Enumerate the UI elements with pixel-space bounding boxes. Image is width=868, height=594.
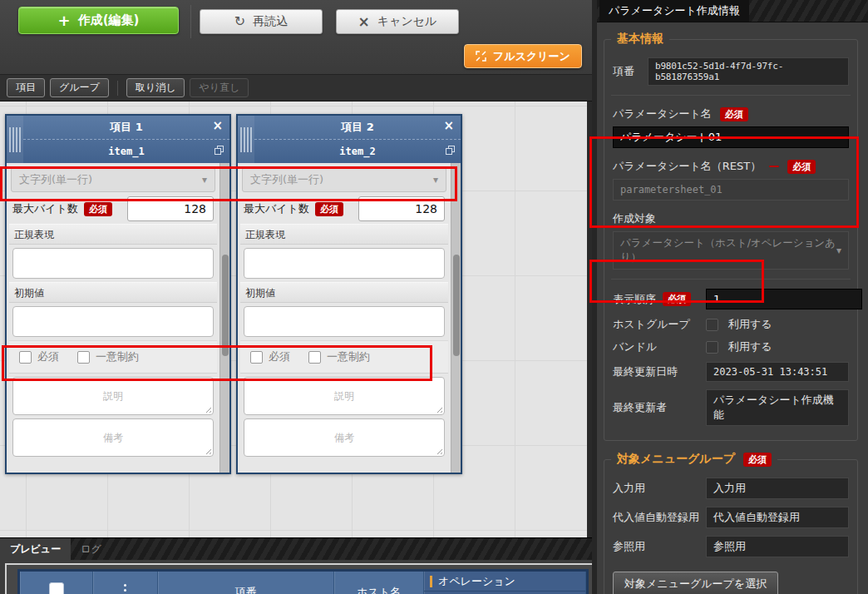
chevron-down-icon: ▾	[202, 174, 207, 186]
copy-icon[interactable]	[215, 146, 224, 155]
last-updated-row: 最終更新日時 2023-05-31 13:43:51	[613, 362, 849, 382]
required-badge: 必須	[720, 107, 748, 121]
reference-menu-value: 参照用	[706, 536, 849, 557]
scrollbar-thumb[interactable]	[453, 255, 460, 356]
tab-preview[interactable]: プレビュー	[0, 538, 71, 560]
rest-name-label-row: パラメータシート名（REST） 必須	[613, 159, 849, 174]
copy-icon[interactable]	[446, 146, 455, 155]
undo-button[interactable]: 取り消し	[126, 78, 185, 97]
substitution-menu-row: 代入値自動登録用 代入値自動登録用	[613, 507, 849, 528]
tab-sheet-info[interactable]: パラメータシート作成情報	[599, 0, 749, 22]
column-header-id[interactable]: 項番	[158, 572, 334, 594]
design-canvas[interactable]: 項目 1 × item_1 文字列(単一行) ▾	[0, 101, 587, 537]
kebab-menu-icon[interactable]	[124, 584, 126, 594]
target-select[interactable]: パラメータシート（ホスト/オペレーションあり） ▾	[613, 231, 849, 270]
create-edit-button[interactable]: + 作成(編集)	[18, 7, 179, 34]
description-textarea[interactable]	[12, 377, 214, 415]
bundle-checkbox[interactable]	[706, 341, 718, 354]
description-textarea[interactable]	[244, 377, 445, 415]
unique-checkbox[interactable]	[308, 351, 321, 364]
select-all-checkbox[interactable]	[49, 582, 64, 594]
default-value-input[interactable]	[12, 306, 214, 337]
description-wrap	[12, 377, 214, 415]
select-menu-group-button[interactable]: 対象メニューグループを選択	[613, 572, 778, 594]
card-scrollbar[interactable]	[451, 163, 461, 473]
required-checkbox[interactable]	[19, 351, 32, 364]
last-updater-row: 最終更新者 パラメータシート作成機能	[613, 389, 849, 426]
bottom-tab-bar: プレビュー ログ	[0, 537, 592, 560]
rest-name-input[interactable]	[613, 179, 849, 200]
sheet-name-label-row: パラメータシート名 必須	[613, 106, 849, 121]
default-value-input[interactable]	[244, 306, 445, 337]
cancel-button[interactable]: × キャンセル	[336, 9, 459, 34]
fullscreen-button[interactable]: フルスクリーン	[464, 44, 582, 68]
item-card-2[interactable]: 項目 2 × item_2 文字列(単一行) ▾	[236, 114, 462, 474]
reference-menu-row: 参照用 参照用	[613, 536, 849, 557]
basic-info-section: 基本情報 項番 b9801c52-5d1d-4f7d-97fc-b5818763…	[604, 39, 858, 441]
display-order-input[interactable]	[706, 289, 862, 309]
create-edit-label: 作成(編集)	[78, 12, 140, 28]
hostgroup-checkbox[interactable]	[706, 319, 718, 331]
item-card-header[interactable]: 項目 2 × item_2	[238, 116, 461, 163]
close-icon[interactable]: ×	[212, 120, 223, 132]
target-label-row: 作成対象	[613, 211, 849, 226]
max-bytes-input[interactable]	[127, 196, 214, 221]
required-checkbox-label[interactable]: 必須	[19, 349, 59, 364]
required-badge: 必須	[84, 202, 112, 216]
regex-label: 正規表現	[9, 224, 217, 245]
item-card-header[interactable]: 項目 1 × item_1	[7, 116, 229, 163]
basic-info-legend: 基本情報	[617, 32, 663, 47]
id-label: 項番	[613, 64, 648, 79]
max-bytes-input[interactable]	[358, 196, 445, 221]
column-type-select[interactable]: 文字列(単一行) ▾	[242, 167, 446, 192]
constraint-row: 必須 一意制約	[9, 340, 217, 374]
required-badge: 必須	[663, 292, 691, 306]
note-textarea[interactable]	[244, 418, 445, 457]
tab-log[interactable]: ログ	[71, 538, 111, 560]
regex-label: 正規表現	[240, 224, 448, 245]
required-checkbox-text: 必須	[269, 349, 290, 364]
add-item-button[interactable]: 項目	[7, 78, 45, 97]
row-menu-cell	[93, 572, 158, 594]
column-header-host[interactable]: ホスト名	[334, 572, 424, 594]
regex-input[interactable]	[244, 248, 445, 279]
regex-input[interactable]	[12, 248, 214, 279]
scrollbar-thumb[interactable]	[222, 255, 229, 356]
column-type-value: 文字列(単一行)	[250, 172, 323, 187]
redo-button[interactable]: やり直し	[190, 78, 249, 97]
note-textarea[interactable]	[12, 418, 214, 457]
reload-icon: ↻	[234, 15, 245, 28]
unique-checkbox-label[interactable]: 一意制約	[77, 349, 139, 364]
preview-panel: 項番 ホスト名 オペレーション	[0, 560, 592, 594]
unique-checkbox[interactable]	[77, 351, 90, 364]
input-menu-label: 入力用	[613, 481, 706, 496]
close-icon: ×	[358, 15, 370, 29]
column-header-operation[interactable]: オペレーション	[424, 572, 586, 594]
description-wrap	[244, 377, 445, 415]
add-group-button[interactable]: グループ	[50, 78, 109, 97]
note-wrap	[244, 418, 445, 457]
id-row: 項番 b9801c52-5d1d-4f7d-97fc-b581876359a1	[613, 57, 849, 86]
select-all-cell	[20, 572, 93, 594]
unique-checkbox-label[interactable]: 一意制約	[308, 349, 370, 364]
toolbar-divider	[117, 81, 118, 96]
input-menu-row: 入力用 入力用	[613, 478, 849, 499]
drag-handle-icon[interactable]	[238, 116, 254, 163]
reload-button[interactable]: ↻ 再読込	[200, 9, 323, 34]
chevron-down-icon: ▾	[836, 245, 841, 256]
display-order-row: 表示順序 必須	[613, 289, 849, 309]
drag-handle-icon[interactable]	[7, 116, 23, 163]
required-checkbox-label[interactable]: 必須	[250, 349, 290, 364]
edit-toolbar: 項目 グループ 取り消し やり直し	[0, 75, 592, 101]
card-scrollbar[interactable]	[219, 163, 229, 473]
item-card-header-rows: 項目 1 × item_1	[23, 116, 229, 163]
editor-pane: + 作成(編集) ↻ 再読込 × キャンセル フルスクリーン 項目 グループ 取…	[0, 0, 592, 594]
close-icon[interactable]: ×	[443, 120, 454, 132]
sheet-name-input[interactable]	[613, 126, 849, 148]
target-label: 作成対象	[613, 211, 656, 226]
item-card-1[interactable]: 項目 1 × item_1 文字列(単一行) ▾	[5, 114, 231, 474]
required-badge: 必須	[787, 160, 816, 174]
column-type-select[interactable]: 文字列(単一行) ▾	[11, 167, 215, 192]
reference-menu-label: 参照用	[613, 539, 706, 554]
required-checkbox[interactable]	[250, 351, 263, 364]
